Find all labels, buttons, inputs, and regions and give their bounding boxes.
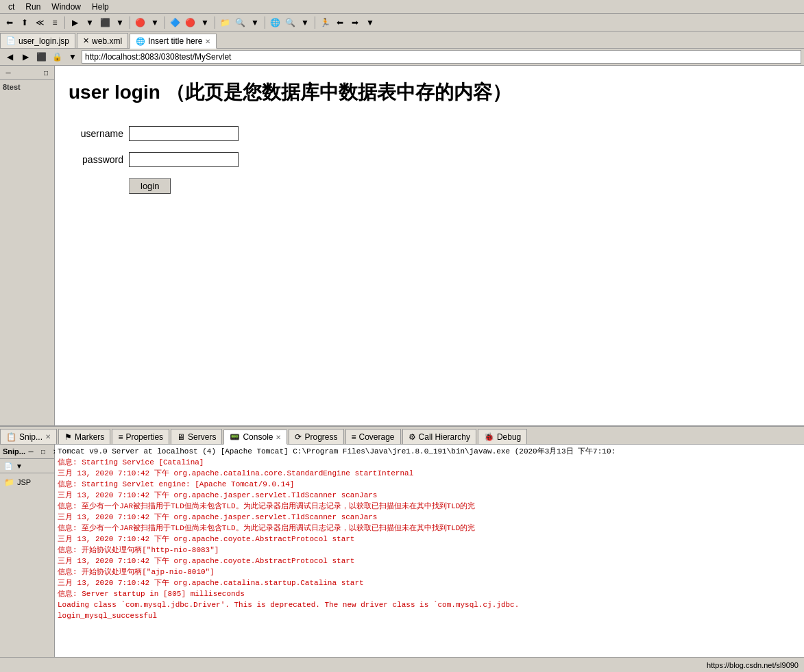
tab-close-insert-title[interactable]: ✕ bbox=[205, 38, 210, 45]
console-wrapper: Snip... ─ □ ✕ 📄 ▼ 📁 JSP bbox=[0, 445, 804, 657]
tab-icon-console: 📟 bbox=[230, 432, 240, 442]
tab-label-insert-title: Insert title here bbox=[148, 36, 202, 46]
sidebar-maximize-btn[interactable]: □ bbox=[40, 67, 51, 78]
toolbar-btn-6[interactable]: ▼ bbox=[83, 16, 97, 29]
menu-ct[interactable]: ct bbox=[3, 2, 20, 12]
tab-close-console[interactable]: ✕ bbox=[276, 434, 281, 441]
sidebar-minimize-btn[interactable]: ─ bbox=[3, 67, 14, 78]
toolbar-btn-11[interactable]: 🔷 bbox=[168, 16, 182, 29]
console-line: 信息: 至少有一个JAR被扫描用于TLD但尚未包含TLD。为此记录器启用调试日志… bbox=[58, 523, 801, 534]
tab-icon-call-hierarchy: ⚙ bbox=[409, 432, 416, 442]
tab-markers[interactable]: ⚑ Markers bbox=[58, 429, 110, 444]
bottom-tab-bar: 📋 Snip... ✕ ⚑ Markers ≡ Properties 🖥 Ser… bbox=[0, 427, 804, 445]
login-button[interactable]: login bbox=[129, 178, 171, 194]
console-line: 三月 13, 2020 7:10:42 下午 org.apache.catali… bbox=[58, 577, 801, 588]
bottom-panel: 📋 Snip... ✕ ⚑ Markers ≡ Properties 🖥 Ser… bbox=[0, 425, 804, 672]
tab-properties[interactable]: ≡ Properties bbox=[112, 429, 169, 444]
console-line: 信息: Starting Service [Catalina] bbox=[58, 457, 801, 468]
tab-icon-coverage: ≡ bbox=[352, 432, 356, 442]
toolbar-btn-22[interactable]: ➡ bbox=[348, 16, 362, 29]
snip-action-btn[interactable]: 📄 bbox=[3, 460, 14, 471]
toolbar-btn-5[interactable]: ▶ bbox=[68, 16, 82, 29]
tab-label-call-hierarchy: Call Hierarchy bbox=[419, 432, 470, 442]
tab-label-progress: Progress bbox=[304, 432, 337, 442]
left-sidebar: ─ □ 8test bbox=[0, 66, 55, 425]
console-line: 信息: Starting Servlet engine: [Apache Tom… bbox=[58, 479, 801, 490]
toolbar-btn-9[interactable]: 🔴 bbox=[133, 16, 147, 29]
snip-dropdown-btn[interactable]: ▼ bbox=[14, 460, 25, 471]
toolbar-btn-14[interactable]: 📁 bbox=[218, 16, 232, 29]
browser-stop-btn[interactable]: ⬛ bbox=[34, 50, 48, 64]
username-row: username bbox=[69, 126, 790, 141]
toolbar-btn-8[interactable]: ▼ bbox=[113, 16, 127, 29]
toolbar-btn-16[interactable]: ▼ bbox=[248, 16, 262, 29]
tab-label-properties: Properties bbox=[125, 432, 163, 442]
tab-servers[interactable]: 🖥 Servers bbox=[171, 429, 222, 444]
tab-close-snip[interactable]: ✕ bbox=[45, 433, 51, 440]
tab-web-xml[interactable]: ✕ web.xml bbox=[77, 33, 128, 48]
menu-help[interactable]: Help bbox=[86, 2, 114, 12]
toolbar-btn-19[interactable]: ▼ bbox=[298, 16, 312, 29]
snip-maximize-btn[interactable]: □ bbox=[38, 446, 49, 457]
toolbar-sep-1 bbox=[64, 16, 65, 29]
toolbar-sep-4 bbox=[215, 16, 215, 29]
toolbar-btn-1[interactable]: ⬅ bbox=[3, 16, 16, 29]
tab-label-snip: Snip... bbox=[19, 432, 42, 442]
tab-debug[interactable]: 🐞 Debug bbox=[478, 429, 527, 444]
snip-label: Snip... bbox=[3, 447, 25, 456]
password-input[interactable] bbox=[129, 152, 239, 167]
tab-icon-user-login: 📄 bbox=[6, 36, 16, 45]
browser-viewport: user login （此页是您数据库中数据表中存的内容） username p… bbox=[55, 66, 804, 425]
toolbar-btn-3[interactable]: ≪ bbox=[33, 16, 47, 29]
browser-lock-btn[interactable]: 🔒 bbox=[50, 50, 64, 64]
tab-label-servers: Servers bbox=[188, 432, 216, 442]
console-line: 信息: 开始协议处理句柄["ajp-nio-8010"] bbox=[58, 567, 801, 577]
content-wrapper: ─ □ 8test user login （此页是您数据库中数据表中存的内容） … bbox=[0, 66, 804, 425]
password-label: password bbox=[69, 154, 123, 165]
toolbar-btn-4[interactable]: ≡ bbox=[48, 16, 62, 29]
toolbar-btn-17[interactable]: 🌐 bbox=[268, 16, 282, 29]
address-bar[interactable] bbox=[82, 50, 801, 64]
menu-window[interactable]: Window bbox=[46, 2, 86, 12]
console-line: Loading class `com.mysql.jdbc.Driver'. T… bbox=[58, 599, 801, 610]
console-line: 三月 13, 2020 7:10:42 下午 org.apache.coyote… bbox=[58, 556, 801, 567]
toolbar-btn-15[interactable]: 🔍 bbox=[233, 16, 247, 29]
browser-forward-btn[interactable]: ▶ bbox=[19, 50, 32, 64]
toolbar-btn-10[interactable]: ▼ bbox=[148, 16, 162, 29]
menu-run[interactable]: Run bbox=[20, 2, 46, 12]
browser-back-btn[interactable]: ◀ bbox=[3, 50, 16, 64]
tab-label-markers: Markers bbox=[75, 432, 104, 442]
tab-snip[interactable]: 📋 Snip... ✕ bbox=[0, 429, 57, 444]
tab-console[interactable]: 📟 Console ✕ bbox=[223, 430, 287, 445]
password-row: password bbox=[69, 152, 790, 167]
toolbar-sep-5 bbox=[265, 16, 265, 29]
console-header-line: Tomcat v9.0 Server at localhost (4) [Apa… bbox=[58, 446, 801, 457]
toolbar-btn-18[interactable]: 🔍 bbox=[283, 16, 297, 29]
snip-item-label: JSP bbox=[17, 478, 31, 486]
toolbar-btn-21[interactable]: ⬅ bbox=[333, 16, 347, 29]
tab-label-coverage: Coverage bbox=[359, 432, 395, 442]
tab-insert-title[interactable]: 🌐 Insert title here ✕ bbox=[130, 34, 217, 49]
web-content: user login （此页是您数据库中数据表中存的内容） username p… bbox=[55, 66, 804, 219]
tab-progress[interactable]: ⟳ Progress bbox=[289, 429, 343, 444]
editor-tab-bar: 📄 user_login.jsp ✕ web.xml 🌐 Insert titl… bbox=[0, 32, 804, 49]
console-lines: 信息: Starting Service [Catalina]三月 13, 20… bbox=[58, 457, 801, 621]
snip-minimize-btn[interactable]: ─ bbox=[25, 446, 36, 457]
toolbar-btn-12[interactable]: 🔴 bbox=[183, 16, 197, 29]
tab-user-login[interactable]: 📄 user_login.jsp bbox=[0, 33, 75, 48]
toolbar-sep-6 bbox=[315, 16, 315, 29]
toolbar-btn-2[interactable]: ⬆ bbox=[18, 16, 32, 29]
toolbar-btn-23[interactable]: ▼ bbox=[363, 16, 377, 29]
snip-item-jsp[interactable]: 📁 JSP bbox=[3, 476, 51, 488]
username-input[interactable] bbox=[129, 126, 239, 141]
toolbar-btn-13[interactable]: ▼ bbox=[198, 16, 212, 29]
tab-icon-debug: 🐞 bbox=[484, 432, 494, 442]
toolbar-btn-7[interactable]: ⬛ bbox=[98, 16, 112, 29]
tab-call-hierarchy[interactable]: ⚙ Call Hierarchy bbox=[402, 429, 476, 444]
tab-coverage[interactable]: ≡ Coverage bbox=[345, 429, 401, 444]
menu-bar: ct Run Window Help bbox=[0, 0, 804, 14]
tab-icon-markers: ⚑ bbox=[64, 432, 72, 442]
snip-header: Snip... ─ □ ✕ bbox=[0, 445, 54, 459]
toolbar-btn-20[interactable]: 🏃 bbox=[318, 16, 332, 29]
browser-dropdown-btn[interactable]: ▼ bbox=[66, 50, 80, 64]
